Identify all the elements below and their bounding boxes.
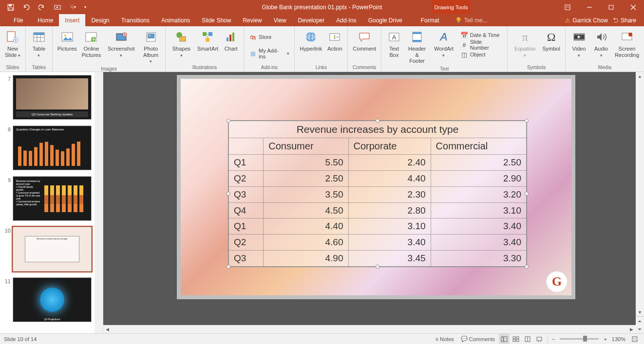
start-from-beginning-icon[interactable]	[51, 1, 64, 13]
table-cell[interactable]: 3.40	[348, 235, 431, 251]
table-selection[interactable]: Revenue increases by account type Consum…	[228, 120, 527, 267]
table-cell[interactable]: 3.20	[431, 186, 526, 202]
table-cell[interactable]: 3.40	[431, 218, 526, 235]
pictures-button[interactable]: Pictures	[56, 28, 79, 53]
table-cell[interactable]: 5.50	[264, 155, 348, 171]
table-cell[interactable]: Q3	[229, 251, 264, 267]
resize-handle[interactable]	[227, 265, 230, 269]
table-cell[interactable]: Q1	[229, 218, 264, 235]
qat-customize-icon[interactable]: ▾	[82, 1, 89, 13]
tab-insert[interactable]: Insert	[59, 14, 85, 26]
action-button[interactable]: Action	[325, 28, 344, 53]
scroll-up-icon[interactable]: ▲	[636, 72, 644, 80]
table-header-cell[interactable]	[229, 138, 264, 155]
user-account[interactable]: ⚠Garrick Chow	[565, 17, 608, 24]
table-cell[interactable]: 4.40	[264, 218, 348, 235]
thumbnail-slide-7[interactable]: 7Q3 Consumer Banking Updates	[0, 72, 103, 123]
table-button[interactable]: Table	[29, 28, 49, 59]
tab-developer[interactable]: Developer	[292, 14, 331, 26]
table-cell[interactable]: 4.50	[264, 202, 348, 218]
slide-indicator[interactable]: Slide 10 of 14	[4, 336, 37, 342]
table-header-cell[interactable]: Corporate	[348, 138, 431, 155]
thumbnail-slide-8[interactable]: 8Quarterly Changes in Loan Balances	[0, 123, 103, 173]
table-row[interactable]: Q22.504.402.90	[229, 170, 527, 186]
prev-slide-icon[interactable]: ⏶	[636, 317, 644, 325]
table-cell[interactable]: 3.10	[348, 218, 431, 235]
table-cell[interactable]: Q2	[229, 235, 264, 251]
table-cell[interactable]: 2.30	[348, 186, 431, 202]
undo-icon[interactable]	[19, 1, 33, 13]
table-row[interactable]: Q44.502.803.10	[229, 202, 527, 218]
smartart-button[interactable]: SmartArt	[195, 28, 220, 53]
table-cell[interactable]: Q3	[229, 186, 264, 202]
vertical-scrollbar[interactable]: ▲ ▼ ⏶ ⏷	[636, 72, 644, 333]
tab-view[interactable]: View	[268, 14, 292, 26]
resize-handle[interactable]	[227, 192, 230, 196]
tell-me-search[interactable]: 💡Tell me...	[455, 17, 488, 24]
minimize-icon[interactable]	[578, 0, 600, 14]
thumbnail-slide-9[interactable]: 9Revenue increases by account type• Over…	[0, 173, 103, 224]
photo-album-button[interactable]: Photo Album	[139, 28, 162, 65]
resize-handle[interactable]	[376, 119, 379, 123]
video-button[interactable]: Video	[568, 28, 589, 59]
table-row[interactable]: Q14.403.103.40	[229, 218, 527, 235]
table-cell[interactable]: 4.40	[348, 170, 431, 186]
tab-animations[interactable]: Animations	[155, 14, 196, 26]
resize-handle[interactable]	[227, 119, 230, 123]
touch-mouse-mode-icon[interactable]: ☟▾	[66, 1, 80, 13]
horizontal-scrollbar[interactable]: ◀ ▶	[103, 325, 636, 333]
table-cell[interactable]: 4.90	[264, 251, 348, 267]
scroll-left-icon[interactable]: ◀	[103, 325, 112, 333]
store-button[interactable]: 🛍Store	[247, 32, 291, 42]
table-cell[interactable]: 3.40	[431, 235, 526, 251]
maximize-icon[interactable]	[600, 0, 622, 14]
table-cell[interactable]: 2.40	[348, 155, 431, 171]
table-cell[interactable]: Q2	[229, 170, 264, 186]
table-title[interactable]: Revenue increases by account type	[229, 121, 527, 138]
resize-handle[interactable]	[376, 265, 379, 269]
date-time-button[interactable]: 📅Date & Time	[458, 30, 505, 40]
screenshot-button[interactable]: Screenshot	[104, 28, 138, 59]
table-cell[interactable]: 3.30	[431, 251, 526, 267]
save-icon[interactable]	[4, 1, 18, 13]
next-slide-icon[interactable]: ⏷	[636, 325, 644, 333]
tab-transitions[interactable]: Transitions	[115, 14, 155, 26]
slide-thumbnails-panel[interactable]: 7Q3 Consumer Banking Updates8Quarterly C…	[0, 72, 103, 333]
thumbnail-slide-10[interactable]: 10Revenue increases by account type	[0, 224, 103, 274]
screen-recording-button[interactable]: Screen Recording	[613, 28, 641, 59]
tab-home[interactable]: Home	[32, 14, 59, 26]
comments-button[interactable]: 💬Comments	[458, 334, 498, 344]
chart-button[interactable]: Chart	[221, 28, 241, 53]
resize-handle[interactable]	[525, 119, 529, 123]
table-cell[interactable]: 2.50	[264, 170, 348, 186]
table-cell[interactable]: 4.60	[264, 235, 348, 251]
header-footer-button[interactable]: Header & Footer	[405, 28, 429, 65]
slide-table[interactable]: Revenue increases by account type Consum…	[228, 121, 527, 267]
table-cell[interactable]: 3.45	[348, 251, 431, 267]
zoom-slider-thumb[interactable]	[583, 336, 587, 342]
hyperlink-button[interactable]: Hyperlink	[298, 28, 324, 53]
zoom-slider[interactable]	[560, 338, 599, 340]
table-cell[interactable]: 2.90	[431, 170, 526, 186]
tab-slide-show[interactable]: Slide Show	[196, 14, 237, 26]
slideshow-view-icon[interactable]	[534, 334, 545, 344]
table-cell[interactable]: 3.10	[431, 202, 526, 218]
tab-design[interactable]: Design	[85, 14, 115, 26]
wordart-button[interactable]: AWordArt	[430, 28, 457, 59]
slide-sorter-view-icon[interactable]	[511, 334, 521, 344]
ribbon-display-options-icon[interactable]	[556, 0, 578, 14]
redo-icon[interactable]	[35, 1, 49, 13]
table-header-cell[interactable]: Commercial	[431, 138, 526, 155]
online-pictures-button[interactable]: Online Pictures	[80, 28, 103, 59]
object-button[interactable]: ◫Object	[458, 50, 505, 59]
new-slide-button[interactable]: New Slide	[3, 28, 22, 59]
table-cell[interactable]: 2.80	[348, 202, 431, 218]
audio-button[interactable]: Audio	[590, 28, 612, 59]
normal-view-icon[interactable]	[499, 334, 510, 344]
table-header-cell[interactable]: Consumer	[264, 138, 348, 155]
table-row[interactable]: Q15.502.402.50	[229, 155, 527, 171]
slide-number-button[interactable]: #Slide Number	[458, 40, 505, 50]
slide[interactable]: Revenue increases by account type Consum…	[177, 75, 575, 299]
close-icon[interactable]	[622, 0, 644, 14]
reading-view-icon[interactable]	[522, 334, 533, 344]
